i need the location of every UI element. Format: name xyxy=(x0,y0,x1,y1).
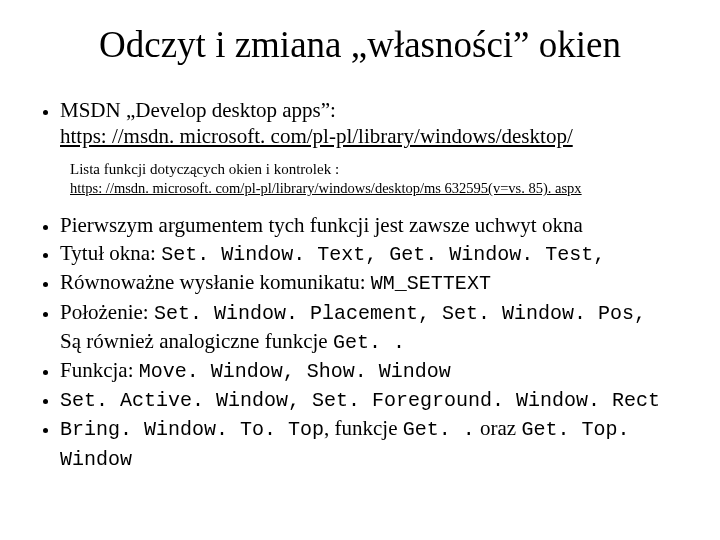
intro-list: MSDN „Develop desktop apps”: https: //ms… xyxy=(34,97,686,151)
bullet-5-text: Funkcja: xyxy=(60,358,139,382)
bullet-7-text2: oraz xyxy=(475,416,522,440)
sub-text: Lista funkcji dotyczących okien i kontro… xyxy=(70,161,339,177)
bullet-3-text: Równoważne wysłanie komunikatu: xyxy=(60,270,371,294)
bullet-4-code1: Set. Window. Placement, Set. Window. Pos… xyxy=(154,302,646,325)
bullet-7: Bring. Window. To. Top, funkcje Get. . o… xyxy=(60,414,686,472)
bullet-7-text1: , funkcje xyxy=(324,416,403,440)
bullet-7-code2: Get. . xyxy=(403,418,475,441)
bullet-4-code2: Get. . xyxy=(333,331,405,354)
bullet-3: Równoważne wysłanie komunikatu: WM_SETTE… xyxy=(60,268,686,297)
bullet-3-code: WM_SETTEXT xyxy=(371,272,491,295)
bullet-7-code1: Bring. Window. To. Top xyxy=(60,418,324,441)
intro-text: MSDN „Develop desktop apps”: xyxy=(60,98,336,122)
bullet-2-text: Tytuł okna: xyxy=(60,241,161,265)
bullet-2: Tytuł okna: Set. Window. Text, Get. Wind… xyxy=(60,239,686,268)
sub-block: Lista funkcji dotyczących okien i kontro… xyxy=(70,160,686,198)
bullet-list: Pierwszym argumentem tych funkcji jest z… xyxy=(34,211,686,473)
bullet-1-text: Pierwszym argumentem tych funkcji jest z… xyxy=(60,213,583,237)
bullet-2-code: Set. Window. Text, Get. Window. Test, xyxy=(161,243,605,266)
bullet-6-code: Set. Active. Window, Set. Foreground. Wi… xyxy=(60,389,660,412)
intro-url[interactable]: https: //msdn. microsoft. com/pl-pl/libr… xyxy=(60,124,573,148)
bullet-6: Set. Active. Window, Set. Foreground. Wi… xyxy=(60,385,686,414)
bullet-4: Położenie: Set. Window. Placement, Set. … xyxy=(60,298,686,356)
bullet-5: Funkcja: Move. Window, Show. Window xyxy=(60,356,686,385)
slide: Odczyt i zmiana „własności” okien MSDN „… xyxy=(0,0,720,540)
sub-url[interactable]: https: //msdn. microsoft. com/pl-pl/libr… xyxy=(70,180,582,196)
bullet-1: Pierwszym argumentem tych funkcji jest z… xyxy=(60,211,686,240)
bullet-4-text2: Są również analogiczne funkcje xyxy=(60,329,333,353)
bullet-4-text1: Położenie: xyxy=(60,300,154,324)
slide-title: Odczyt i zmiana „własności” okien xyxy=(34,24,686,67)
intro-item: MSDN „Develop desktop apps”: https: //ms… xyxy=(60,97,686,151)
bullet-5-code: Move. Window, Show. Window xyxy=(139,360,451,383)
